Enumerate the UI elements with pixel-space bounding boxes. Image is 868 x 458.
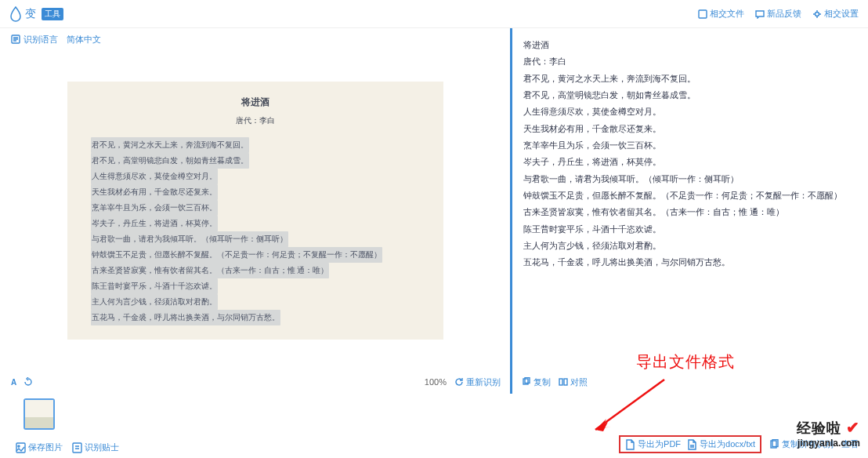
ocr-tip-button[interactable]: 识别贴士 xyxy=(72,442,119,453)
result-line: 人生得意须尽欢，莫使金樽空对月。 xyxy=(523,104,857,119)
doc-line: 岑夫子，丹丘生，将进酒，杯莫停。 xyxy=(91,216,420,231)
doc-author: 唐代：李白 xyxy=(91,115,420,126)
settings-link[interactable]: 相交设置 xyxy=(812,8,859,20)
result-line: 唐代：李白 xyxy=(523,53,857,69)
export-pdf-label: 导出为PDF xyxy=(638,438,681,450)
image-icon xyxy=(16,442,26,453)
svg-rect-0 xyxy=(699,10,707,18)
watermark: 经验啦 ✔ jingyanla.com xyxy=(797,418,860,449)
language-icon xyxy=(11,35,20,44)
logo-badge: 工具 xyxy=(42,8,63,20)
top-bar: 变 工具 相交文件 新品反馈 相交设置 xyxy=(0,0,868,28)
wm-url: jingyanla.com xyxy=(797,438,860,449)
doc-line: 君不见，高堂明镜悲白发，朝如青丝暮成雪。 xyxy=(91,153,420,169)
save-image-label: 保存图片 xyxy=(28,442,63,453)
top-links: 相交文件 新品反馈 相交设置 xyxy=(698,8,859,20)
logo: 变 工具 xyxy=(9,6,63,22)
doc-line: 人生得意须尽欢，莫使金樽空对月。 xyxy=(91,169,420,184)
doc-line: 与君歌一曲，请君为我倾耳听。（倾耳听一作：侧耳听） xyxy=(91,231,420,247)
svg-text:A: A xyxy=(11,378,16,387)
feedback-link[interactable]: 新品反馈 xyxy=(755,8,801,20)
right-footer: 复制 对照 xyxy=(512,370,868,394)
doc-line: 钟鼓馔玉不足贵，但愿长醉不复醒。（不足贵一作：何足贵；不复醒一作：不愿醒） xyxy=(91,247,420,263)
ocr-tip-label: 识别贴士 xyxy=(85,442,119,453)
export-pdf-button[interactable]: 导出为PDF xyxy=(625,438,681,450)
bottom-left: 保存图片 识别贴士 xyxy=(16,442,119,453)
result-line: 烹羊宰牛且为乐，会须一饮三百杯。 xyxy=(523,137,857,153)
export-docx-button[interactable]: 导出为docx/txt xyxy=(687,438,755,450)
doc-title: 将进酒 xyxy=(91,96,420,109)
save-image-button[interactable]: 保存图片 xyxy=(16,442,63,453)
doc-line: 君不见，黄河之水天上来，奔流到海不复回。 xyxy=(91,137,420,153)
doc-line: 古来圣贤皆寂寞，惟有饮者留其名。（古来一作：自古；惟 通：唯） xyxy=(91,263,420,278)
refresh-icon xyxy=(454,377,464,387)
wm-text: 经验啦 xyxy=(797,420,841,436)
svg-point-1 xyxy=(816,12,819,16)
reocr-label: 重新识别 xyxy=(466,376,501,388)
ocr-result[interactable]: 将进酒唐代：李白君不见，黄河之水天上来，奔流到海不复回。君不见，高堂明镜悲白发，… xyxy=(512,28,868,370)
tip-icon xyxy=(72,442,82,453)
svg-rect-7 xyxy=(564,379,567,385)
settings-icon xyxy=(812,9,822,19)
copy-button[interactable]: 复制 xyxy=(522,376,551,388)
logo-icon xyxy=(9,6,22,22)
left-footer: A 100% 重新识别 xyxy=(0,370,510,394)
svg-point-12 xyxy=(18,445,20,447)
bottom-bar: 保存图片 识别贴士 导出为PDF 导出为docx/txt 复制所有识别 查看 xyxy=(0,420,868,458)
upload-icon xyxy=(698,9,707,19)
annotation-text: 导出文件格式 xyxy=(636,351,735,373)
copy-label: 复制 xyxy=(533,376,551,388)
doc-line: 天生我材必有用，千金散尽还复来。 xyxy=(91,184,420,200)
right-pane: 将进酒唐代：李白君不见，黄河之水天上来，奔流到海不复回。君不见，高堂明镜悲白发，… xyxy=(512,28,868,394)
lang-label: 识别语言 xyxy=(24,34,58,45)
result-line: 君不见，黄河之水天上来，奔流到海不复回。 xyxy=(523,71,857,86)
result-line: 将进酒 xyxy=(523,37,857,53)
feedback-icon xyxy=(755,9,765,19)
result-line: 古来圣贤皆寂寞，惟有饮者留其名。（古来一作：自古；惟 通：唯） xyxy=(523,204,857,220)
upload-link[interactable]: 相交文件 xyxy=(698,8,744,20)
compare-icon xyxy=(559,377,568,387)
result-line: 天生我材必有用，千金散尽还复来。 xyxy=(523,121,857,136)
logo-text: 变 xyxy=(25,7,36,21)
upload-label: 相交文件 xyxy=(710,8,744,20)
copy-all-icon xyxy=(769,439,779,450)
left-pane: 识别语言 简体中文 将进酒 唐代：李白 君不见，黄河之水天上来，奔流到海不复回。… xyxy=(0,28,512,394)
settings-label: 相交设置 xyxy=(824,8,859,20)
feedback-label: 新品反馈 xyxy=(767,8,801,20)
result-line: 主人何为言少钱，径须沽取对君酌。 xyxy=(523,238,857,253)
document-page: 将进酒 唐代：李白 君不见，黄河之水天上来，奔流到海不复回。君不见，高堂明镜悲白… xyxy=(67,82,443,340)
pdf-icon xyxy=(625,439,635,450)
rotate-icon[interactable] xyxy=(24,377,33,387)
lang-value[interactable]: 简体中文 xyxy=(67,34,101,45)
export-docx-label: 导出为docx/txt xyxy=(700,438,755,450)
reocr-button[interactable]: 重新识别 xyxy=(454,376,501,388)
result-line: 君不见，高堂明镜悲白发，朝如青丝暮成雪。 xyxy=(523,87,857,103)
doc-line: 烹羊宰牛且为乐，会须一饮三百杯。 xyxy=(91,200,420,216)
main: 识别语言 简体中文 将进酒 唐代：李白 君不见，黄河之水天上来，奔流到海不复回。… xyxy=(0,28,868,394)
doc-line: 五花马，千金裘，呼儿将出换美酒，与尔同销万古愁。 xyxy=(91,310,420,325)
doc-line: 陈王昔时宴平乐，斗酒十千恣欢谑。 xyxy=(91,278,420,294)
docx-icon xyxy=(687,439,697,450)
export-highlight-box: 导出为PDF 导出为docx/txt xyxy=(619,435,761,453)
document-viewer[interactable]: 将进酒 唐代：李白 君不见，黄河之水天上来，奔流到海不复回。君不见，高堂明镜悲白… xyxy=(0,50,510,370)
svg-rect-6 xyxy=(559,379,562,385)
result-line: 岑夫子，丹丘生，将进酒，杯莫停。 xyxy=(523,154,857,169)
text-a-icon[interactable]: A xyxy=(9,377,19,387)
zoom-percent: 100% xyxy=(425,377,447,387)
check-icon: ✔ xyxy=(846,419,860,436)
copy-icon xyxy=(522,377,531,387)
result-line: 陈王昔时宴平乐，斗酒十千恣欢谑。 xyxy=(523,221,857,237)
result-line: 与君歌一曲，请君为我倾耳听。（倾耳听一作：侧耳听） xyxy=(523,171,857,187)
result-line: 钟鼓馔玉不足贵，但愿长醉不复醒。（不足贵一作：何足贵；不复醒一作：不愿醒） xyxy=(523,187,857,203)
svg-rect-13 xyxy=(73,443,81,453)
left-header: 识别语言 简体中文 xyxy=(0,28,510,50)
result-line: 五花马，千金裘，呼儿将出换美酒，与尔同销万古愁。 xyxy=(523,254,857,270)
doc-line: 主人何为言少钱，径须沽取对君酌。 xyxy=(91,294,420,310)
